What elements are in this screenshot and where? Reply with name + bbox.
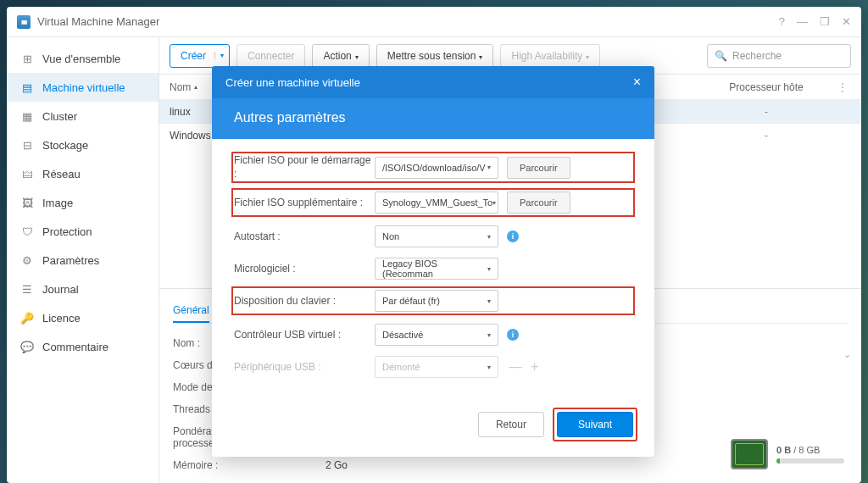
app-icon	[17, 15, 31, 29]
titlebar: Virtual Machine Manager ? — ❐ ✕	[7, 7, 861, 37]
field-firmware: Micrologiciel : Legacy BIOS (Recomman	[234, 257, 632, 280]
cluster-icon: ▦	[20, 109, 34, 123]
sidebar-label: Licence	[42, 312, 81, 325]
dialog-footer: Retour Suivant	[212, 396, 654, 457]
search-icon: 🔍	[715, 50, 727, 62]
sidebar-label: Réseau	[42, 168, 81, 180]
field-label: Périphérique USB :	[234, 361, 375, 373]
field-label: Contrôleur USB virtuel :	[234, 329, 375, 341]
add-icon: +	[531, 359, 538, 375]
memory-bar	[776, 458, 844, 464]
close-window-icon[interactable]: ✕	[842, 15, 851, 28]
sidebar-item-license[interactable]: 🔑Licence	[7, 303, 159, 332]
help-icon[interactable]: ?	[779, 15, 785, 28]
sidebar-label: Protection	[42, 225, 92, 238]
field-label: Fichier ISO supplémentaire :	[234, 197, 375, 208]
create-button[interactable]: Créer	[170, 44, 230, 68]
sidebar-item-protection[interactable]: 🛡Protection	[7, 217, 159, 246]
memory-chip-icon	[731, 439, 768, 469]
ha-button[interactable]: High Availability	[500, 44, 600, 68]
sidebar-item-cluster[interactable]: ▦Cluster	[7, 102, 159, 130]
dialog-title: Créer une machine virtuelle	[225, 76, 360, 89]
sidebar-label: Image	[42, 197, 73, 209]
sidebar-label: Cluster	[42, 110, 77, 123]
sidebar-label: Paramètres	[42, 254, 99, 267]
sidebar-item-network[interactable]: 🜲Réseau	[7, 159, 159, 188]
sidebar-item-settings[interactable]: ⚙Paramètres	[7, 246, 159, 275]
field-keyboard: Disposition du clavier : Par défaut (fr)	[234, 289, 632, 313]
create-vm-dialog: Créer une machine virtuelle × Autres par…	[212, 66, 654, 457]
close-icon[interactable]: ×	[633, 75, 641, 90]
list-icon: ☰	[20, 282, 34, 296]
dashboard-icon: ⊞	[20, 52, 34, 65]
dialog-body: Fichier ISO pour le démarrage : /ISO/ISO…	[212, 139, 654, 396]
firmware-select[interactable]: Legacy BIOS (Recomman	[375, 258, 498, 280]
field-autostart: Autostart : Non i	[234, 225, 632, 248]
app-title: Virtual Machine Manager	[37, 15, 779, 28]
field-label: Disposition du clavier :	[234, 295, 375, 307]
info-icon[interactable]: i	[507, 230, 519, 242]
browse-button[interactable]: Parcourir	[507, 192, 570, 214]
sidebar-label: Commentaire	[42, 341, 108, 353]
autostart-select[interactable]: Non	[375, 225, 498, 247]
search-input[interactable]: 🔍 Recherche	[707, 44, 851, 68]
field-label: Autostart :	[234, 230, 375, 242]
sidebar-item-comment[interactable]: 💬Commentaire	[7, 332, 159, 361]
shield-icon: 🛡	[20, 225, 34, 238]
vm-icon: ▤	[20, 80, 34, 94]
field-usb-periph: Périphérique USB : Démonté — +	[234, 355, 632, 379]
sidebar-label: Vue d'ensemble	[42, 53, 120, 65]
sidebar-item-image[interactable]: 🖼Image	[7, 188, 159, 217]
iso-extra-select[interactable]: Synology_VMM_Guest_To	[375, 192, 498, 214]
field-usb: Contrôleur USB virtuel : Désactivé i	[234, 323, 632, 347]
dialog-subtitle: Autres paramètres	[212, 98, 654, 139]
field-iso-extra: Fichier ISO supplémentaire : Synology_VM…	[234, 191, 632, 214]
storage-icon: ⊟	[20, 138, 34, 152]
sidebar: ⊞Vue d'ensemble ▤Machine virtuelle ▦Clus…	[7, 37, 159, 483]
image-icon: 🖼	[20, 196, 34, 209]
next-button[interactable]: Suivant	[557, 412, 633, 437]
browse-button[interactable]: Parcourir	[507, 157, 570, 179]
connect-button[interactable]: Connecter	[236, 44, 305, 68]
col-processor[interactable]: Processeur hôte	[698, 81, 834, 93]
column-menu-icon[interactable]: ⋮	[834, 81, 851, 93]
sidebar-item-vm[interactable]: ▤Machine virtuelle	[7, 73, 159, 102]
network-icon: 🜲	[20, 167, 34, 180]
gear-icon: ⚙	[20, 253, 34, 267]
sidebar-item-overview[interactable]: ⊞Vue d'ensemble	[7, 44, 159, 73]
comment-icon: 💬	[20, 340, 34, 353]
field-label: Micrologiciel :	[234, 263, 375, 275]
key-icon: 🔑	[20, 311, 34, 325]
sort-asc-icon: ▴	[194, 83, 198, 91]
usb-periph-select: Démonté	[375, 356, 498, 378]
remove-icon: —	[509, 359, 522, 375]
field-label: Fichier ISO pour le démarrage :	[234, 154, 375, 180]
field-iso-boot: Fichier ISO pour le démarrage : /ISO/ISO…	[234, 154, 632, 180]
info-icon[interactable]: i	[507, 329, 519, 341]
sidebar-label: Machine virtuelle	[42, 81, 125, 94]
minimize-icon[interactable]: —	[797, 15, 808, 28]
sidebar-label: Stockage	[42, 139, 88, 152]
chevron-down-icon[interactable]: ⌄	[843, 349, 851, 360]
sidebar-label: Journal	[42, 283, 79, 296]
sidebar-item-storage[interactable]: ⊟Stockage	[7, 130, 159, 159]
sidebar-item-journal[interactable]: ☰Journal	[7, 275, 159, 303]
tab-general[interactable]: Général	[173, 299, 209, 323]
search-placeholder: Recherche	[732, 50, 782, 62]
usb-select[interactable]: Désactivé	[375, 324, 498, 346]
memory-widget: 0 B / 8 GB	[731, 439, 844, 469]
maximize-icon[interactable]: ❐	[820, 15, 830, 28]
iso-boot-select[interactable]: /ISO/ISO/download/iso/V	[375, 157, 498, 179]
keyboard-select[interactable]: Par défaut (fr)	[375, 290, 498, 312]
back-button[interactable]: Retour	[478, 412, 544, 437]
action-button[interactable]: Action	[312, 44, 369, 68]
dialog-header: Créer une machine virtuelle ×	[212, 66, 654, 98]
power-button[interactable]: Mettre sous tension	[376, 44, 494, 68]
